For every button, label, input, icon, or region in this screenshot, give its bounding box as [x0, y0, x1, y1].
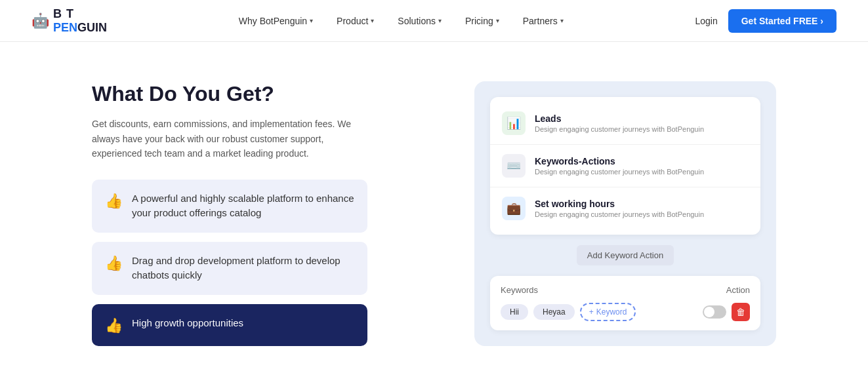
- logo-pen-text: PEN: [53, 21, 77, 34]
- feature-item-keywords-actions: ⌨️ Keywords-Actions Design engaging cust…: [490, 145, 760, 187]
- keywords-actions-title: Keywords-Actions: [535, 156, 704, 166]
- working-hours-info: Set working hours Design engaging custom…: [535, 199, 704, 218]
- working-hours-icon: 💼: [502, 197, 526, 220]
- login-button[interactable]: Login: [695, 16, 717, 26]
- section-title: What Do You Get?: [92, 81, 367, 106]
- keyword-tag-hii[interactable]: Hii: [501, 304, 528, 320]
- keyword-toggle[interactable]: [703, 305, 726, 319]
- thumbs-up-icon-3: 👍: [105, 317, 123, 334]
- chevron-down-icon: ▾: [310, 17, 313, 24]
- logo-guin-text: GUIN: [77, 21, 107, 34]
- main-content: What Do You Get? Get discounts, earn com…: [0, 42, 868, 369]
- chevron-down-icon: ▾: [371, 17, 374, 24]
- nav-why-botpenguin[interactable]: Why BotPenguin ▾: [239, 16, 313, 26]
- toggle-knob: [704, 307, 714, 317]
- action-column-label: Action: [726, 285, 750, 295]
- logo: 🤖 B T PENGUIN: [31, 7, 107, 35]
- add-keyword-tag-label: Keyword: [596, 307, 627, 317]
- keyword-tag-heyaa[interactable]: Heyaa: [533, 304, 575, 320]
- feature-item-leads: 📊 Leads Design engaging customer journey…: [490, 102, 760, 145]
- nav-partners[interactable]: Partners ▾: [523, 16, 564, 26]
- nav-product[interactable]: Product ▾: [337, 16, 374, 26]
- keywords-row: Hii Heyaa + Keyword 🗑: [501, 303, 750, 321]
- keywords-card: Keywords Action Hii Heyaa + Keyword 🗑: [490, 276, 760, 330]
- keywords-column-label: Keywords: [501, 285, 538, 295]
- get-started-button[interactable]: Get Started FREE ›: [728, 9, 837, 33]
- nav-solutions[interactable]: Solutions ▾: [398, 16, 442, 26]
- feature-card-1[interactable]: 👍 A powerful and highly scalable platfor…: [92, 180, 367, 233]
- thumbs-up-icon-2: 👍: [105, 255, 123, 272]
- feature-text-3: High growth opportunities: [132, 316, 243, 331]
- plus-icon: +: [589, 307, 594, 317]
- nav-right: Login Get Started FREE ›: [695, 9, 837, 33]
- feature-card-3[interactable]: 👍 High growth opportunities: [92, 304, 367, 346]
- chevron-down-icon: ▾: [560, 17, 564, 24]
- add-keyword-tag-button[interactable]: + Keyword: [580, 303, 636, 321]
- chevron-down-icon: ▾: [496, 17, 499, 24]
- nav-pricing[interactable]: Pricing ▾: [465, 16, 499, 26]
- keywords-table-header: Keywords Action: [501, 285, 750, 295]
- trash-icon: 🗑: [736, 307, 745, 317]
- add-keyword-action-button[interactable]: Add Keyword Action: [577, 245, 674, 265]
- feature-item-working-hours: 💼 Set working hours Design engaging cust…: [490, 187, 760, 229]
- leads-title: Leads: [535, 113, 704, 124]
- nav-links: Why BotPenguin ▾ Product ▾ Solutions ▾ P…: [239, 16, 564, 26]
- working-hours-title: Set working hours: [535, 199, 704, 209]
- keywords-actions-info: Keywords-Actions Design engaging custome…: [535, 156, 704, 176]
- right-panel: 📊 Leads Design engaging customer journey…: [474, 81, 776, 346]
- left-panel: What Do You Get? Get discounts, earn com…: [92, 81, 367, 355]
- logo-bot-text: B T: [53, 7, 74, 20]
- feature-card-2[interactable]: 👍 Drag and drop development platform to …: [92, 242, 367, 295]
- chevron-down-icon: ▾: [438, 17, 442, 24]
- keywords-icon: ⌨️: [502, 154, 526, 178]
- working-hours-desc: Design engaging customer journeys with B…: [535, 210, 704, 218]
- keyword-delete-button[interactable]: 🗑: [732, 303, 750, 321]
- feature-text-2: Drag and drop development platform to de…: [132, 254, 354, 283]
- thumbs-up-icon-1: 👍: [105, 193, 123, 210]
- leads-desc: Design engaging customer journeys with B…: [535, 125, 704, 133]
- section-description: Get discounts, earn commissions, and imp…: [92, 117, 367, 161]
- navbar: 🤖 B T PENGUIN Why BotPenguin ▾ Product ▾…: [0, 0, 868, 42]
- feature-text-1: A powerful and highly scalable platform …: [132, 191, 354, 221]
- leads-icon: 📊: [502, 111, 526, 135]
- logo-icon: 🤖: [31, 12, 49, 29]
- keywords-actions-desc: Design engaging customer journeys with B…: [535, 168, 704, 176]
- logo-text: B T PENGUIN: [53, 7, 107, 35]
- leads-info: Leads Design engaging customer journeys …: [535, 113, 704, 133]
- feature-items-card: 📊 Leads Design engaging customer journey…: [490, 97, 760, 235]
